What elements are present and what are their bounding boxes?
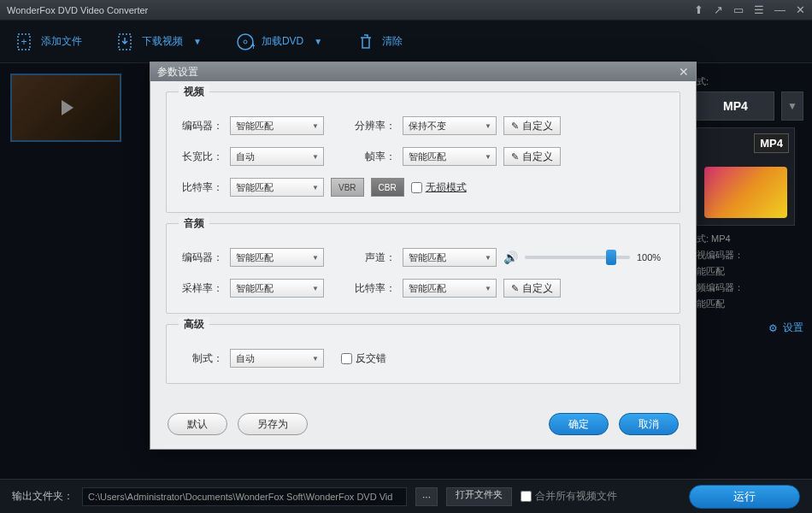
preview-art — [704, 167, 787, 218]
deinterlace-checkbox[interactable]: 反交错 — [341, 351, 386, 366]
format-preview: MP4 — [697, 127, 795, 226]
bottom-bar: 输出文件夹： ··· 打开文件夹 合并所有视频文件 运行 — [0, 479, 812, 513]
audio-heading: 音频 — [179, 216, 209, 231]
save-as-button[interactable]: 另存为 — [238, 413, 308, 435]
dvd-icon: + — [236, 32, 255, 51]
download-video-button[interactable]: 下载视频 ▼ — [116, 32, 202, 51]
cbr-toggle[interactable]: CBR — [371, 178, 404, 197]
default-button[interactable]: 默认 — [168, 413, 227, 435]
pencil-icon: ✎ — [511, 283, 519, 294]
advanced-heading: 高级 — [179, 317, 209, 332]
sample-select[interactable]: 智能匹配 — [230, 279, 324, 298]
run-button[interactable]: 运行 — [689, 485, 800, 509]
fps-label: 帧率： — [355, 150, 396, 164]
svg-text:+: + — [21, 36, 26, 48]
trash-icon — [356, 32, 375, 51]
audio-bitrate-select[interactable]: 智能匹配 — [403, 279, 497, 298]
audio-section: 音频 编码器： 智能匹配 声道： 智能匹配 🔊 100% 采样率： 智能匹配 — [166, 223, 680, 314]
output-format-button[interactable]: MP4 — [697, 91, 774, 121]
chevron-down-icon[interactable]: ▼ — [193, 37, 202, 46]
standard-select[interactable]: 自动 — [230, 349, 324, 368]
resolution-select[interactable]: 保持不变 — [403, 116, 497, 135]
upload-icon[interactable]: ⬆ — [694, 3, 703, 16]
output-path-input[interactable] — [82, 487, 407, 506]
cancel-button[interactable]: 取消 — [619, 413, 679, 435]
channel-select[interactable]: 智能匹配 — [403, 248, 497, 267]
slider-thumb[interactable] — [606, 250, 616, 265]
output-panel: 式: MP4 ▼ MP4 式: MP4 视编码器： 能匹配 频编码器： 能匹配 … — [697, 63, 812, 479]
ok-button[interactable]: 确定 — [549, 413, 609, 435]
meta-smart1: 能匹配 — [697, 265, 803, 278]
channel-label: 声道： — [355, 251, 396, 265]
dialog-footer: 默认 另存为 确定 取消 — [150, 404, 696, 449]
video-section: 视频 编码器： 智能匹配 分辨率： 保持不变 ✎自定义 长宽比： 自动 帧率： … — [166, 91, 680, 213]
titlebar-controls: ⬆ ↗ ▭ ☰ — ✕ — [694, 3, 805, 16]
video-heading: 视频 — [179, 85, 209, 99]
lossless-checkbox[interactable]: 无损模式 — [411, 180, 467, 195]
video-encoder-select[interactable]: 智能匹配 — [230, 116, 324, 135]
audio-encoder-label: 编码器： — [182, 251, 223, 265]
app-title: WonderFox DVD Video Converter — [7, 5, 694, 15]
mp4-badge: MP4 — [754, 133, 789, 153]
settings-link[interactable]: ⚙ 设置 — [697, 321, 803, 335]
menu-icon[interactable]: ☰ — [754, 3, 764, 16]
format-label: 式: — [697, 75, 803, 88]
titlebar: WonderFox DVD Video Converter ⬆ ↗ ▭ ☰ — … — [0, 0, 812, 21]
pencil-icon: ✎ — [511, 151, 519, 162]
resolution-custom-button[interactable]: ✎自定义 — [503, 116, 561, 135]
add-file-button[interactable]: + 添加文件 — [15, 32, 82, 51]
chevron-down-icon[interactable]: ▼ — [314, 37, 322, 46]
video-thumbnail[interactable] — [10, 74, 121, 142]
video-bitrate-select[interactable]: 智能匹配 — [230, 178, 324, 197]
add-file-icon: + — [15, 32, 34, 51]
volume-slider[interactable] — [525, 256, 630, 259]
browse-button[interactable]: ··· — [415, 487, 438, 506]
load-dvd-button[interactable]: + 加载DVD ▼ — [236, 32, 322, 51]
aspect-label: 长宽比： — [182, 150, 223, 164]
meta-acodec: 频编码器： — [697, 281, 803, 294]
pencil-icon: ✎ — [511, 121, 519, 132]
video-bitrate-label: 比特率： — [182, 180, 223, 195]
vbr-toggle[interactable]: VBR — [331, 178, 364, 197]
aspect-select[interactable]: 自动 — [230, 147, 324, 166]
svg-point-4 — [244, 40, 247, 44]
fps-custom-button[interactable]: ✎自定义 — [503, 147, 561, 166]
svg-text:+: + — [250, 40, 255, 51]
fps-select[interactable]: 智能匹配 — [403, 147, 497, 166]
sample-label: 采样率： — [182, 281, 223, 296]
meta-vcodec: 视编码器： — [697, 249, 803, 262]
speaker-icon: 🔊 — [503, 251, 518, 264]
dialog-close-icon[interactable]: ✕ — [679, 65, 689, 79]
resolution-label: 分辨率： — [355, 119, 396, 133]
clear-button[interactable]: 清除 — [356, 32, 403, 51]
encoder-label: 编码器： — [182, 119, 223, 133]
settings-dialog: 参数设置 ✕ 视频 编码器： 智能匹配 分辨率： 保持不变 ✎自定义 长宽比： … — [150, 62, 697, 450]
main-toolbar: + 添加文件 下载视频 ▼ + 加载DVD ▼ 清除 — [0, 21, 812, 63]
standard-label: 制式： — [182, 351, 223, 366]
share-icon[interactable]: ↗ — [714, 3, 723, 16]
close-icon[interactable]: ✕ — [796, 3, 805, 16]
format-dropdown-icon[interactable]: ▼ — [781, 91, 803, 121]
meta-smart2: 能匹配 — [697, 298, 803, 310]
minimize-icon[interactable]: — — [774, 3, 786, 16]
audio-encoder-select[interactable]: 智能匹配 — [230, 248, 324, 267]
meta-format: 式: MP4 — [697, 233, 803, 245]
volume-value: 100% — [637, 252, 664, 262]
audio-custom-button[interactable]: ✎自定义 — [503, 279, 561, 298]
audio-bitrate-label: 比特率： — [355, 281, 396, 296]
download-icon — [116, 32, 135, 51]
gear-icon: ⚙ — [768, 322, 778, 334]
comment-icon[interactable]: ▭ — [733, 3, 744, 16]
dialog-title: 参数设置 — [157, 65, 679, 80]
open-folder-button[interactable]: 打开文件夹 — [446, 487, 512, 506]
output-folder-label: 输出文件夹： — [12, 489, 74, 504]
merge-checkbox[interactable]: 合并所有视频文件 — [521, 489, 617, 504]
dialog-titlebar: 参数设置 ✕ — [150, 62, 696, 81]
advanced-section: 高级 制式： 自动 反交错 — [166, 324, 680, 384]
merge-checkbox-input[interactable] — [521, 491, 532, 502]
